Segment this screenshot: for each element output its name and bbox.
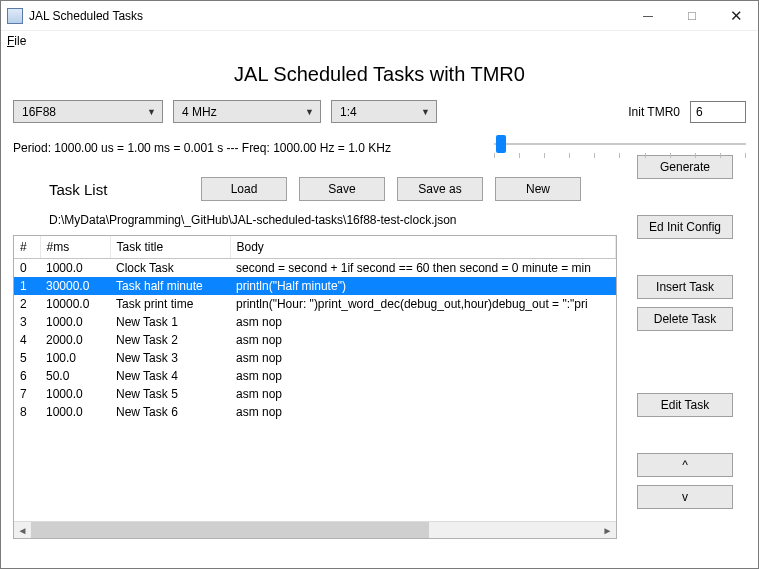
side-buttons: Generate Ed Init Config Insert Task Dele… [637,155,733,539]
prescale-select-value: 1:4 [340,105,357,119]
tmr0-slider[interactable] [494,135,746,163]
period-text: Period: 1000.00 us = 1.00 ms = 0.001 s -… [13,135,494,155]
scroll-track[interactable] [31,522,599,538]
cell-body: println("Half minute") [230,277,616,295]
table-row[interactable]: 5100.0New Task 3asm nop [14,349,616,367]
maximize-button[interactable]: □ [670,2,714,30]
chevron-down-icon: ▼ [147,107,156,117]
menu-bar: File [1,31,758,51]
cell-title: Clock Task [110,259,230,278]
table-row[interactable]: 71000.0New Task 5asm nop [14,385,616,403]
init-tmr0-label: Init TMR0 [628,105,680,119]
menu-file[interactable]: File [7,34,26,48]
cell-ms: 10000.0 [40,295,110,313]
cell-ms: 1000.0 [40,313,110,331]
table-row[interactable]: 210000.0Task print timeprintln("Hour: ")… [14,295,616,313]
cell-idx: 3 [14,313,40,331]
cell-idx: 0 [14,259,40,278]
config-row: 16F88 ▼ 4 MHz ▼ 1:4 ▼ Init TMR0 [13,100,746,123]
cell-ms: 2000.0 [40,331,110,349]
minimize-button[interactable]: ― [626,2,670,30]
col-header-ms[interactable]: #ms [40,236,110,259]
cell-idx: 2 [14,295,40,313]
period-row: Period: 1000.00 us = 1.00 ms = 0.001 s -… [13,135,746,163]
edit-task-button[interactable]: Edit Task [637,393,733,417]
cell-body: asm nop [230,331,616,349]
table-header-row: # #ms Task title Body [14,236,616,259]
tasklist-label: Task List [49,181,201,198]
slider-track [494,143,746,145]
cell-title: Task half minute [110,277,230,295]
table-row[interactable]: 130000.0Task half minuteprintln("Half mi… [14,277,616,295]
move-down-button[interactable]: v [637,485,733,509]
new-button[interactable]: New [495,177,581,201]
insert-task-button[interactable]: Insert Task [637,275,733,299]
cell-title: New Task 6 [110,403,230,421]
col-header-idx[interactable]: # [14,236,40,259]
cell-title: New Task 3 [110,349,230,367]
scroll-left-icon[interactable]: ◄ [14,522,31,538]
table-row[interactable]: 01000.0Clock Tasksecond = second + 1if s… [14,259,616,278]
freq-select[interactable]: 4 MHz ▼ [173,100,321,123]
col-header-body[interactable]: Body [230,236,616,259]
cell-body: asm nop [230,385,616,403]
slider-thumb[interactable] [496,135,506,153]
prescale-select[interactable]: 1:4 ▼ [331,100,437,123]
cell-idx: 4 [14,331,40,349]
cell-body: asm nop [230,313,616,331]
saveas-button[interactable]: Save as [397,177,483,201]
cell-ms: 100.0 [40,349,110,367]
table-empty-space [14,421,616,521]
cell-title: New Task 1 [110,313,230,331]
scroll-right-icon[interactable]: ► [599,522,616,538]
task-table[interactable]: # #ms Task title Body 01000.0Clock Tasks… [13,235,617,539]
cell-body: println("Hour: ")print_word_dec(debug_ou… [230,295,616,313]
close-button[interactable]: ✕ [714,2,758,30]
cell-body: asm nop [230,367,616,385]
ed-init-config-button[interactable]: Ed Init Config [637,215,733,239]
cell-title: New Task 5 [110,385,230,403]
table-row[interactable]: 42000.0New Task 2asm nop [14,331,616,349]
cell-idx: 1 [14,277,40,295]
load-button[interactable]: Load [201,177,287,201]
title-bar: JAL Scheduled Tasks ― □ ✕ [1,1,758,31]
cell-ms: 1000.0 [40,385,110,403]
chevron-down-icon: ▼ [421,107,430,117]
cell-idx: 7 [14,385,40,403]
table-row[interactable]: 31000.0New Task 1asm nop [14,313,616,331]
delete-task-button[interactable]: Delete Task [637,307,733,331]
mcu-select-value: 16F88 [22,105,56,119]
cell-ms: 1000.0 [40,403,110,421]
window-title: JAL Scheduled Tasks [29,9,626,23]
scroll-thumb[interactable] [31,522,429,538]
cell-body: second = second + 1if second == 60 then … [230,259,616,278]
cell-title: Task print time [110,295,230,313]
page-title: JAL Scheduled Tasks with TMR0 [13,63,746,86]
horizontal-scrollbar[interactable]: ◄ ► [14,521,616,538]
cell-ms: 30000.0 [40,277,110,295]
move-up-button[interactable]: ^ [637,453,733,477]
table-row[interactable]: 81000.0New Task 6asm nop [14,403,616,421]
init-tmr0-input[interactable] [690,101,746,123]
app-icon [7,8,23,24]
slider-ticks [494,153,746,159]
cell-ms: 50.0 [40,367,110,385]
cell-title: New Task 4 [110,367,230,385]
save-button[interactable]: Save [299,177,385,201]
cell-idx: 6 [14,367,40,385]
chevron-down-icon: ▼ [305,107,314,117]
col-header-title[interactable]: Task title [110,236,230,259]
cell-ms: 1000.0 [40,259,110,278]
mcu-select[interactable]: 16F88 ▼ [13,100,163,123]
cell-title: New Task 2 [110,331,230,349]
cell-idx: 8 [14,403,40,421]
table-row[interactable]: 650.0New Task 4asm nop [14,367,616,385]
freq-select-value: 4 MHz [182,105,217,119]
cell-body: asm nop [230,403,616,421]
cell-idx: 5 [14,349,40,367]
cell-body: asm nop [230,349,616,367]
